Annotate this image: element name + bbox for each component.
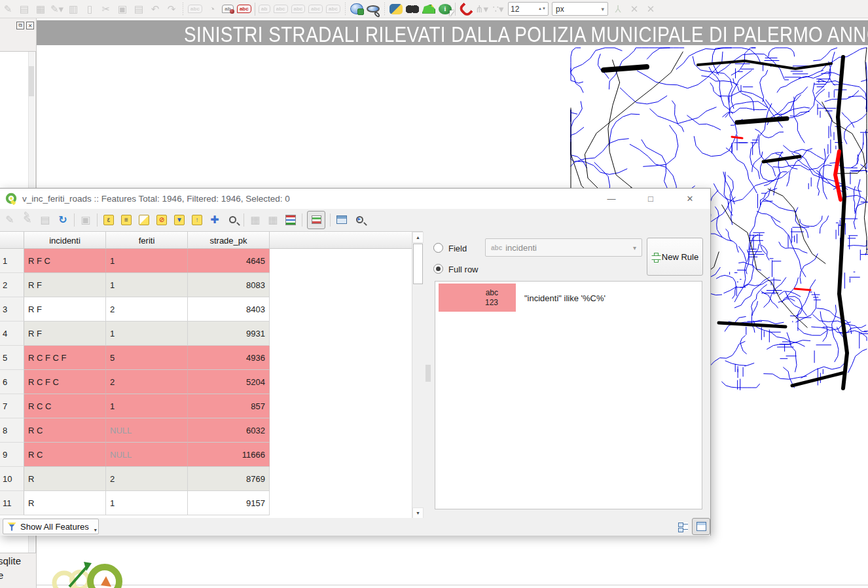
- label-pin-2-icon[interactable]: ab: [259, 5, 270, 13]
- show-all-features-button[interactable]: Show All Features ▾: [3, 519, 99, 534]
- toggle-editing-icon[interactable]: ✎: [3, 212, 16, 228]
- cell-strade-pk[interactable]: 6032: [188, 418, 270, 443]
- identify-features-icon[interactable]: i: [439, 4, 452, 14]
- select-all-icon[interactable]: ≡: [120, 212, 133, 228]
- table-row[interactable]: 3R F28403: [0, 297, 412, 322]
- cell-strade-pk[interactable]: 9157: [188, 491, 270, 515]
- label-abc-highlight-icon[interactable]: abc: [237, 5, 251, 13]
- label-pin-icon[interactable]: ab: [222, 5, 234, 13]
- find-feature-icon[interactable]: [353, 212, 366, 228]
- new-field-icon[interactable]: ▦: [249, 212, 262, 228]
- cell-strade-pk[interactable]: 4645: [188, 249, 270, 273]
- style-manager-icon[interactable]: ✎▾: [50, 2, 63, 16]
- table-row[interactable]: 2R F18083: [0, 273, 412, 297]
- redo-icon[interactable]: ↷: [165, 2, 178, 16]
- dock-float-icon[interactable]: ⧉: [16, 22, 24, 29]
- cell-feriti[interactable]: 1: [106, 249, 188, 273]
- cell-feriti[interactable]: 1: [106, 322, 188, 346]
- node-x2-icon[interactable]: ✕: [644, 2, 657, 16]
- web-service-add-icon[interactable]: [350, 3, 363, 14]
- cell-strade-pk[interactable]: 9931: [188, 322, 270, 346]
- close-button[interactable]: ✕: [678, 189, 702, 208]
- save-edits-icon[interactable]: ▤: [39, 212, 52, 228]
- delete-selected-icon[interactable]: ▯: [83, 2, 96, 16]
- cell-strade-pk[interactable]: 5204: [188, 370, 270, 394]
- save-edits-icon[interactable]: ▤: [18, 2, 31, 16]
- cell-strade-pk[interactable]: 4936: [188, 346, 270, 370]
- table-row[interactable]: 8R CNULL6032: [0, 418, 412, 443]
- radio-full-row[interactable]: [433, 264, 443, 274]
- cell-strade-pk[interactable]: 8083: [188, 273, 270, 297]
- scroll-down-icon[interactable]: ▼: [412, 507, 424, 519]
- cell-feriti[interactable]: 2: [106, 297, 188, 322]
- python-console-icon[interactable]: [389, 4, 403, 14]
- field-calculator-icon[interactable]: [284, 212, 297, 228]
- panel-splitter[interactable]: [425, 365, 431, 382]
- cell-incidenti[interactable]: R C: [24, 443, 106, 467]
- table-row[interactable]: 11R19157: [0, 491, 412, 515]
- table-row[interactable]: 1R F C14645: [0, 249, 412, 273]
- table-row[interactable]: 9R CNULL11666: [0, 443, 412, 467]
- conditional-formatting-icon[interactable]: [307, 211, 325, 229]
- node-y-icon[interactable]: ⅄: [611, 2, 624, 16]
- spinner-arrows-icon[interactable]: ▲▼: [538, 7, 546, 10]
- cell-strade-pk[interactable]: 857: [188, 394, 270, 418]
- table-row[interactable]: 10R28769: [0, 467, 412, 491]
- cell-feriti[interactable]: 5: [106, 346, 188, 370]
- maximize-button[interactable]: □: [638, 189, 663, 208]
- cell-incidenti[interactable]: R C F C F: [24, 346, 106, 370]
- toggle-editing-icon[interactable]: ✎: [1, 2, 14, 16]
- cell-incidenti[interactable]: R: [24, 491, 106, 515]
- cell-incidenti[interactable]: R C: [24, 418, 106, 443]
- label-move-icon[interactable]: abc: [291, 5, 306, 13]
- row-number[interactable]: 11: [0, 491, 24, 515]
- vertex-dots-icon[interactable]: ∵▾: [492, 2, 505, 16]
- dialog-titlebar[interactable]: v_inc_feriti_roads :: Features Total: 19…: [0, 189, 710, 209]
- cell-feriti[interactable]: 1: [106, 273, 188, 297]
- search-binoculars-icon[interactable]: [406, 5, 419, 13]
- minimize-button[interactable]: —: [599, 189, 624, 208]
- row-number[interactable]: 7: [0, 394, 24, 418]
- label-visibility-icon[interactable]: abc: [274, 5, 288, 13]
- dock-attribute-table-icon[interactable]: [335, 212, 348, 228]
- cell-feriti[interactable]: NULL: [106, 443, 188, 467]
- snapping-magnet-icon[interactable]: [458, 3, 473, 18]
- scroll-thumb[interactable]: [413, 244, 423, 284]
- row-number[interactable]: 6: [0, 370, 24, 394]
- rule-item[interactable]: abc 123 "incidenti" ilike '%C%': [435, 282, 702, 314]
- cell-incidenti[interactable]: R: [24, 467, 106, 491]
- cell-incidenti[interactable]: R F C: [24, 249, 106, 273]
- area-tool-icon[interactable]: [422, 5, 435, 14]
- diagram-icon[interactable]: ◔: [206, 2, 219, 16]
- table-row[interactable]: 4R F19931: [0, 322, 412, 346]
- rule-color-swatch[interactable]: abc 123: [439, 284, 516, 312]
- new-table-icon[interactable]: ▦: [34, 2, 47, 16]
- paste-icon[interactable]: ▤: [132, 2, 145, 16]
- web-service-search-icon[interactable]: [367, 5, 380, 12]
- size-spinbox-icon[interactable]: 12▲▼: [508, 2, 549, 16]
- move-selection-top-icon[interactable]: ↑: [190, 212, 204, 228]
- reload-table-icon[interactable]: ↻: [56, 212, 69, 228]
- unit-combo-icon[interactable]: px▾: [552, 2, 608, 16]
- copy-icon[interactable]: ▣: [116, 2, 129, 16]
- copy-features-icon[interactable]: ▣: [79, 212, 92, 228]
- table-view-button[interactable]: [692, 518, 710, 535]
- form-view-button[interactable]: [675, 519, 691, 534]
- node-x1-icon[interactable]: ✕: [628, 2, 641, 16]
- row-number[interactable]: 4: [0, 322, 24, 346]
- delete-field-icon[interactable]: ▦: [266, 212, 280, 228]
- new-rule-button[interactable]: New Rule: [647, 238, 703, 276]
- label-abc-icon[interactable]: abc: [188, 5, 202, 13]
- cell-incidenti[interactable]: R F: [24, 273, 106, 297]
- table-row[interactable]: 7R C C1857: [0, 394, 412, 418]
- cell-incidenti[interactable]: R C C: [24, 394, 106, 418]
- cell-incidenti[interactable]: R F: [24, 322, 106, 346]
- radio-field[interactable]: [433, 243, 443, 253]
- filter-form-icon[interactable]: ▼: [173, 212, 186, 228]
- cell-strade-pk[interactable]: 8769: [188, 467, 270, 491]
- scroll-up-icon[interactable]: ▲: [412, 232, 424, 243]
- invert-selection-icon[interactable]: [137, 212, 151, 228]
- header-feriti[interactable]: feriti: [106, 232, 188, 249]
- cell-feriti[interactable]: NULL: [106, 418, 188, 443]
- label-edit-icon[interactable]: abc: [326, 5, 340, 13]
